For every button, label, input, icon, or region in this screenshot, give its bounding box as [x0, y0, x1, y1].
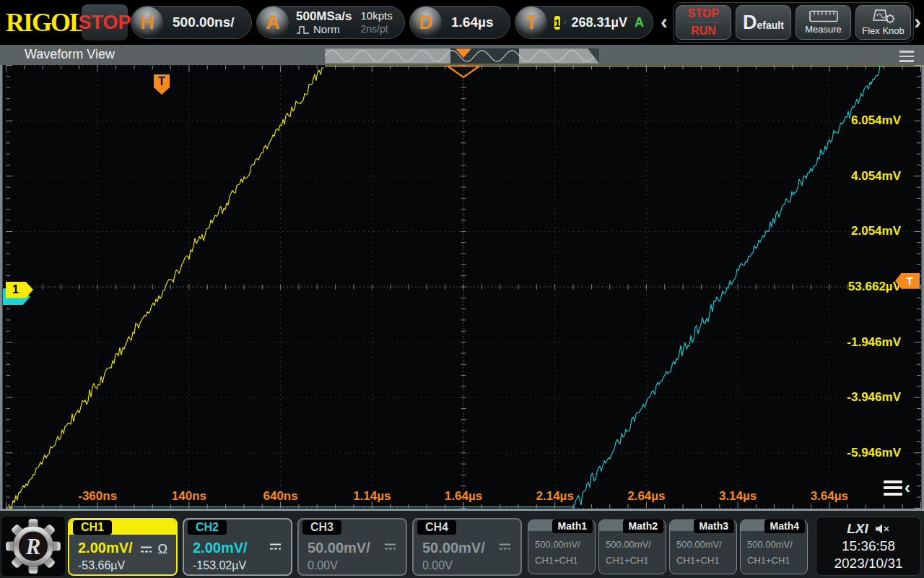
ch4-scale: 50.00mV/ — [422, 540, 485, 556]
ch3-scale: 50.00mV/ — [308, 540, 370, 556]
dc-coupling-icon — [269, 542, 282, 551]
ch1-offset: -53.66µV — [78, 559, 125, 572]
delay-settings-pill[interactable]: D 1.64µs — [409, 6, 510, 39]
math3-tab: Math3 — [694, 519, 734, 533]
stop-run-button[interactable]: STOP RUN — [676, 5, 731, 40]
acquire-mode: Norm — [313, 23, 340, 35]
ch4-offset: 0.00V — [422, 559, 453, 572]
waveform-canvas — [0, 65, 924, 509]
ch2-scale: 2.00mV/ — [193, 540, 248, 556]
delay-value: 1.64µs — [451, 14, 494, 30]
ch2-card[interactable]: CH2 2.00mV/ -153.02µV — [183, 518, 292, 576]
rigol-gear-logo[interactable]: R — [1, 517, 65, 576]
memory-depth: 10kpts — [361, 9, 393, 23]
ruler-icon — [809, 10, 838, 22]
trigger-source-badge: 1 — [554, 16, 560, 30]
dc-coupling-icon — [498, 542, 512, 551]
math4-tab: Math4 — [764, 519, 805, 533]
pulse-icon — [296, 25, 310, 35]
math1-scale: 500.00mV/ — [535, 539, 580, 550]
math3-card[interactable]: Math3 500.00mV/ CH1+CH1 — [669, 519, 737, 574]
math4-card[interactable]: Math4 500.00mV/ CH1+CH1 — [740, 519, 808, 574]
default-button[interactable]: D efault — [736, 5, 791, 40]
titlebar-menu-icon[interactable] — [899, 51, 914, 62]
ch2-tab: CH2 — [188, 520, 227, 535]
ch1-card[interactable]: CH1 2.00mV/ Ω -53.66µV — [68, 518, 178, 576]
lxi-logo: LXI — [847, 521, 868, 537]
knob-icon — [872, 9, 895, 24]
oscilloscope-screen: RIGOL STOP H 500.00ns/ A 500MSa/s Norm — [0, 0, 924, 578]
system-date: 2023/10/31 — [834, 556, 902, 571]
waveform-display[interactable]: -360ns140ns640ns1.14µs1.64µs2.14µs2.64µs… — [0, 65, 924, 509]
acquisition-settings-pill[interactable]: A 500MSa/s Norm 10kpts 2ns/pt — [256, 6, 405, 39]
display-menu-icon[interactable]: ‹ — [884, 480, 910, 496]
rigol-logo: RIGOL — [6, 7, 85, 38]
quick-menu-next-icon[interactable]: › — [914, 9, 921, 35]
flex-knob-button[interactable]: Flex Knob — [855, 5, 911, 40]
delay-knob[interactable]: D — [410, 7, 442, 38]
impedance-label: Ω — [158, 542, 167, 557]
ch4-tab: CH4 — [417, 520, 456, 535]
waveform-view-title: Waveform View — [25, 47, 115, 62]
trigger-status: A — [635, 15, 644, 30]
system-status-card[interactable]: LXI 15:36:58 2023/10/31 — [816, 517, 921, 576]
ch1-tab: CH1 — [73, 520, 112, 535]
math3-expression: CH1+CH1 — [676, 555, 720, 566]
math2-expression: CH1+CH1 — [606, 555, 649, 566]
math2-card[interactable]: Math2 500.00mV/ CH1+CH1 — [598, 519, 666, 574]
quick-menu-panel: STOP RUN D efault M — [673, 2, 914, 43]
acquire-knob[interactable]: A — [257, 7, 289, 38]
horizontal-settings-pill[interactable]: H 500.00ns/ — [131, 6, 252, 39]
rising-edge-icon — [563, 14, 567, 31]
ch1-scale: 2.00mV/ — [78, 540, 133, 556]
math3-scale: 500.00mV/ — [676, 539, 722, 550]
svg-text:R: R — [25, 535, 41, 559]
math2-tab: Math2 — [623, 519, 663, 533]
ch4-card[interactable]: CH4 50.00mV/ 0.00V — [412, 518, 522, 576]
ch3-offset: 0.00V — [308, 559, 338, 572]
sample-interval: 2ns/pt — [361, 23, 393, 36]
ch1-trace — [9, 68, 323, 508]
channel-status-bar: R CH1 2.00mV/ Ω -53.66µV CH2 2.00mV/ — [0, 509, 924, 578]
timebase-value: 500.00ns/ — [173, 14, 235, 30]
trigger-level-value: 268.31µV — [572, 15, 627, 30]
math1-card[interactable]: Math1 500.00mV/ CH1+CH1 — [528, 519, 596, 574]
system-time: 15:36:58 — [842, 538, 895, 554]
quick-menu-prev-icon[interactable]: ‹ — [661, 9, 668, 35]
speaker-muted-icon — [874, 523, 890, 535]
sample-rate: 500MSa/s — [296, 9, 352, 24]
dc-coupling-icon — [139, 545, 153, 554]
gear-icon: R — [6, 519, 61, 574]
horizontal-knob[interactable]: H — [131, 7, 163, 38]
measure-button[interactable]: Measure — [796, 5, 851, 40]
math1-tab: Math1 — [552, 519, 593, 533]
math4-scale: 500.00mV/ — [747, 539, 793, 550]
trigger-settings-pill[interactable]: T 1 268.31µV A — [515, 6, 653, 39]
top-toolbar: RIGOL STOP H 500.00ns/ A 500MSa/s Norm — [0, 0, 924, 45]
ch2-offset: -153.02µV — [193, 559, 246, 572]
math2-scale: 500.00mV/ — [606, 539, 651, 550]
math1-expression: CH1+CH1 — [535, 555, 578, 566]
ch3-card[interactable]: CH3 50.00mV/ 0.00V — [297, 518, 407, 576]
trigger-knob[interactable]: T — [515, 7, 547, 38]
run-state-indicator[interactable]: STOP — [82, 4, 128, 40]
math4-expression: CH1+CH1 — [747, 555, 790, 566]
record-overview-strip[interactable] — [325, 48, 599, 64]
dc-coupling-icon — [383, 542, 397, 551]
ch3-tab: CH3 — [302, 520, 341, 535]
